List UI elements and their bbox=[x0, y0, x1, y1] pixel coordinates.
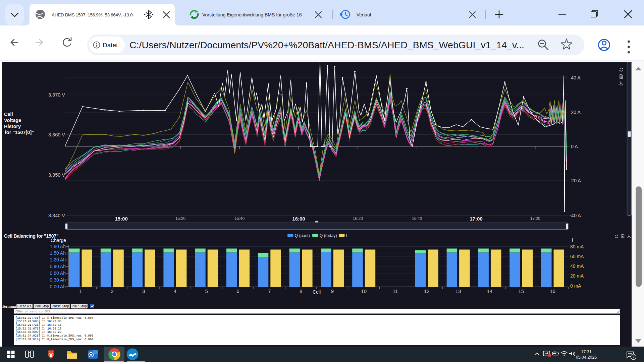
svg-text:Q (past): Q (past) bbox=[295, 233, 310, 238]
svg-text:16:40: 16:40 bbox=[412, 216, 422, 221]
svg-text:[15:52:31:679] I: 16:52:25: [15:52:31:679] I: 16:52:25 bbox=[15, 327, 61, 330]
svg-text:05.04.2026: 05.04.2026 bbox=[576, 355, 597, 360]
svg-text:15: 15 bbox=[518, 288, 524, 294]
svg-text:11: 11 bbox=[393, 288, 398, 294]
svg-text:4: 4 bbox=[174, 288, 176, 294]
svg-text:14: 14 bbox=[487, 288, 493, 294]
svg-text:Cell: Cell bbox=[4, 112, 13, 117]
svg-text:C:/Users/Nutzer/Documents/PV%2: C:/Users/Nutzer/Documents/PV%20+%20Batt/… bbox=[129, 40, 524, 50]
svg-text:I: I bbox=[346, 233, 347, 238]
svg-text:20 mA: 20 mA bbox=[570, 273, 584, 279]
svg-text:0.00 Ah: 0.00 Ah bbox=[50, 284, 66, 289]
svg-text:60 mA: 60 mA bbox=[570, 254, 584, 259]
svg-text:AHED BMS 1507: 156.9%, 53.664V: AHED BMS 1507: 156.9%, 53.664V, -13.0 bbox=[52, 12, 132, 17]
svg-text:3.360 V: 3.360 V bbox=[48, 132, 65, 137]
svg-text:1.80 Ah: 1.80 Ah bbox=[50, 244, 66, 249]
svg-text:8: 8 bbox=[300, 288, 302, 294]
svg-text:History: History bbox=[4, 124, 21, 129]
svg-text:2: 2 bbox=[632, 355, 634, 359]
svg-text:I: I bbox=[572, 237, 573, 243]
svg-text:[15:52:35:699] I: 16:52:29: [15:52:35:699] I: 16:52:29 bbox=[15, 330, 61, 334]
svg-text:16:20: 16:20 bbox=[353, 216, 363, 221]
svg-text:[17:01:34:814] I: K_timescale_: [17:01:34:814] I: K_timescale_BMS_new: 0… bbox=[15, 338, 93, 341]
svg-text:Vorstellung Eigenentwicklung B: Vorstellung Eigenentwicklung BMS für gro… bbox=[202, 12, 302, 17]
svg-text:[15:27:41:688] I: 16:27:35: [15:27:41:688] I: 16:27:35 bbox=[15, 320, 61, 323]
svg-text:-20 A: -20 A bbox=[570, 178, 581, 183]
svg-text:Q (today): Q (today) bbox=[320, 233, 337, 238]
svg-text:16: 16 bbox=[550, 288, 555, 294]
svg-text:3.340 V: 3.340 V bbox=[48, 213, 65, 218]
svg-text:13: 13 bbox=[455, 288, 461, 294]
svg-text:[15:01:32:735] I: K_timescale_: [15:01:32:735] I: K_timescale_BMS_new: 0… bbox=[15, 316, 93, 320]
svg-text:17:31: 17:31 bbox=[581, 350, 591, 354]
svg-text:1.50 Ah: 1.50 Ah bbox=[50, 250, 66, 256]
svg-text:Terminal: Terminal bbox=[2, 304, 17, 308]
svg-text:5: 5 bbox=[205, 288, 208, 294]
svg-text:Parse Stop: Parse Stop bbox=[52, 304, 69, 308]
svg-text:CMDs to send to BMS: CMDs to send to BMS bbox=[15, 310, 50, 313]
svg-text:20 A: 20 A bbox=[571, 110, 581, 115]
svg-text:7: 7 bbox=[268, 288, 271, 294]
svg-text:0 A: 0 A bbox=[571, 144, 578, 149]
svg-text:15:20: 15:20 bbox=[175, 216, 185, 221]
svg-text:0 mA: 0 mA bbox=[570, 283, 581, 289]
svg-text:Clear RX: Clear RX bbox=[17, 304, 32, 308]
svg-text:1: 1 bbox=[79, 288, 82, 294]
svg-text:40 A: 40 A bbox=[571, 75, 581, 80]
svg-text:3: 3 bbox=[142, 288, 145, 294]
svg-text:15:00: 15:00 bbox=[115, 216, 127, 222]
svg-text:[16:01:34:028] I: K_timescale_: [16:01:34:028] I: K_timescale_BMS_new: 0… bbox=[15, 334, 93, 338]
svg-text:17:00: 17:00 bbox=[470, 216, 482, 222]
svg-text:3.370 V: 3.370 V bbox=[48, 92, 65, 98]
svg-text:Charge: Charge bbox=[51, 238, 66, 243]
svg-text:80 mA: 80 mA bbox=[570, 244, 584, 249]
svg-text:16:00: 16:00 bbox=[292, 216, 305, 222]
svg-text:1.20 Ah: 1.20 Ah bbox=[50, 257, 66, 262]
svg-text:6: 6 bbox=[236, 288, 239, 294]
svg-text:Cell Balancing for "1507": Cell Balancing for "1507" bbox=[4, 233, 58, 239]
svg-text:15:40: 15:40 bbox=[234, 216, 245, 221]
svg-text:12: 12 bbox=[424, 288, 430, 294]
svg-text:0.90 Ah: 0.90 Ah bbox=[50, 264, 66, 269]
svg-text:for "1507[0]": for "1507[0]" bbox=[5, 130, 34, 135]
svg-text:P&P Stop: P&P Stop bbox=[72, 304, 87, 308]
svg-text:Cell: Cell bbox=[313, 289, 321, 295]
svg-text:Datei: Datei bbox=[103, 42, 117, 49]
svg-text:Voltage: Voltage bbox=[4, 118, 21, 123]
svg-text:Poll Stop: Poll Stop bbox=[35, 304, 49, 308]
svg-text:[15:52:21:721] I: 16:52:15: [15:52:21:721] I: 16:52:15 bbox=[15, 323, 61, 327]
svg-text:10: 10 bbox=[361, 288, 367, 294]
svg-text:Verlauf: Verlauf bbox=[357, 12, 371, 17]
svg-text:3.350 V: 3.350 V bbox=[48, 172, 65, 178]
svg-text:0.60 Ah: 0.60 Ah bbox=[50, 270, 66, 276]
svg-text:0.30 Ah: 0.30 Ah bbox=[50, 277, 66, 283]
svg-text:-40 A: -40 A bbox=[570, 213, 581, 218]
svg-text:40 mA: 40 mA bbox=[570, 263, 584, 269]
svg-text:17:20: 17:20 bbox=[530, 216, 540, 221]
svg-text:9: 9 bbox=[331, 288, 334, 294]
svg-text:2: 2 bbox=[111, 288, 113, 294]
